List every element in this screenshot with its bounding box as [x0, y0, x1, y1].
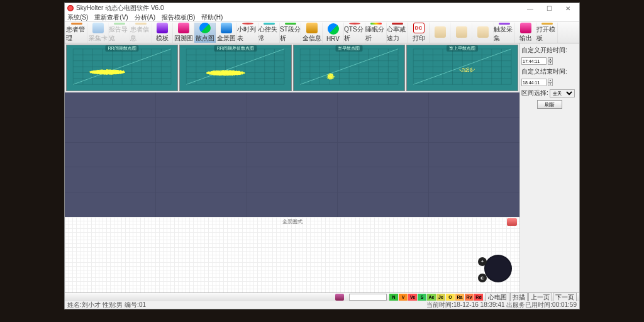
grid-cell[interactable] [338, 143, 428, 167]
toolbar-label: 输出 [519, 34, 532, 43]
grid-cell[interactable] [65, 143, 155, 167]
toolbar-btn-散点图[interactable]: 散点图 [194, 23, 216, 43]
scatter-chart-2[interactable]: 室早散点图 [293, 45, 405, 91]
toolbar-icon [114, 23, 125, 25]
toolbar-label: 报告导览 [109, 25, 130, 43]
toolbar-btn-睡眠分析[interactable]: 睡眠分析 [365, 23, 387, 43]
toolbar-btn-打开模板[interactable]: 打开模板 [536, 23, 558, 43]
grid-cell[interactable] [429, 118, 519, 142]
svg-point-4276 [474, 69, 474, 70]
svg-point-4314 [468, 69, 469, 69]
ecg-panel[interactable]: 全景图式 ✦ ◐ [65, 217, 519, 292]
start-time-spinner[interactable]: ▲▼ [548, 57, 553, 65]
toolbar-btn-ST段分析[interactable]: ST段分析 [280, 23, 301, 43]
nav-compass[interactable]: ✦ ◐ [480, 255, 512, 286]
scatter-chart-3[interactable]: 室上早散点图 [406, 45, 518, 91]
svg-point-3985 [237, 74, 238, 74]
toolbar-btn-心率减速力[interactable]: 心率减速力 [387, 23, 408, 43]
svg-point-1919 [113, 74, 113, 74]
toolbar-btn-QTS分析[interactable]: QTS分析 [344, 23, 365, 43]
grid-cell[interactable] [338, 192, 428, 217]
menu-item-0[interactable]: 系统(S) [67, 13, 88, 22]
badge-Ae[interactable]: Ae [427, 294, 436, 301]
compass-disc-icon[interactable] [484, 255, 512, 282]
ecg-scroll-icon[interactable] [507, 218, 517, 226]
grid-cell[interactable] [65, 118, 155, 142]
badge-Je[interactable]: Je [436, 294, 445, 301]
status-input[interactable] [349, 294, 387, 301]
svg-point-4306 [469, 70, 470, 70]
end-time-input[interactable] [521, 79, 547, 86]
toolbar-btn-患者管理[interactable]: 患者管理 [66, 23, 87, 43]
toolbar-icon [135, 23, 147, 25]
badge-Rv[interactable]: Rv [465, 294, 474, 301]
toolbar-btn-HRV[interactable]: HRV [323, 23, 344, 43]
grid-cell[interactable] [247, 143, 338, 167]
maximize-button[interactable]: ☐ [540, 4, 558, 13]
minimize-button[interactable]: — [521, 4, 539, 13]
svg-point-2018 [103, 71, 104, 72]
badge-Ra[interactable]: Ra [455, 294, 464, 301]
badge-O[interactable]: O [446, 294, 455, 301]
compass-btn-b[interactable]: ◐ [478, 274, 487, 282]
svg-point-2001 [114, 70, 115, 71]
grid-cell[interactable] [338, 167, 428, 192]
toolbar-btn-回溯图[interactable]: 回溯图 [173, 23, 194, 43]
grid-cell[interactable] [156, 167, 247, 192]
refresh-button[interactable]: 刷新 [537, 100, 562, 109]
svg-point-3906 [223, 74, 224, 74]
scatter-chart-0[interactable]: RR间期散点图 [66, 45, 178, 91]
grid-cell[interactable] [156, 92, 247, 117]
toolbar-label: 打印 [413, 34, 425, 43]
close-button[interactable]: ✕ [559, 4, 577, 13]
compass-btn-a[interactable]: ✦ [478, 257, 487, 266]
badge-N[interactable]: N [389, 294, 398, 301]
grid-cell[interactable] [429, 92, 519, 117]
grid-cell[interactable] [156, 118, 247, 142]
grid-cell[interactable] [247, 92, 338, 117]
grid-cell[interactable] [247, 192, 338, 217]
grid-cell[interactable] [429, 192, 519, 217]
toolbar-btn-模板[interactable]: 模板 [152, 23, 173, 43]
toolbar-btn-输出[interactable]: 输出 [515, 23, 536, 43]
menu-item-3[interactable]: 报告模板(B) [162, 13, 195, 22]
range-select[interactable]: 全天 [550, 89, 575, 97]
badge-Ve[interactable]: Ve [408, 294, 417, 301]
grid-cell[interactable] [338, 118, 428, 142]
menu-item-4[interactable]: 帮助(H) [201, 13, 223, 22]
toolbar-btn-触发采集[interactable]: 触发采集 [494, 23, 515, 43]
grid-cell[interactable] [156, 143, 247, 167]
chart-title: 室上早散点图 [447, 45, 478, 52]
grid-cell[interactable] [429, 167, 519, 192]
grid-cell[interactable] [65, 167, 155, 192]
menu-item-1[interactable]: 重新查看(V) [94, 13, 128, 22]
svg-point-2017 [108, 73, 109, 74]
scatter-chart-1[interactable]: RR间期差值散点图 [179, 45, 291, 91]
badge-S[interactable]: S [418, 294, 426, 301]
svg-point-3319 [217, 75, 218, 75]
menu-item-2[interactable]: 分析(A) [135, 13, 155, 22]
svg-point-1970 [117, 72, 118, 72]
svg-point-3697 [228, 71, 228, 72]
svg-point-3978 [230, 72, 230, 72]
toolbar-btn-打印[interactable]: DC打印 [408, 23, 430, 43]
toolbar-btn-心律失常[interactable]: 心律失常 [258, 23, 280, 43]
start-time-input[interactable] [521, 57, 547, 65]
grid-cell[interactable] [65, 192, 155, 217]
svg-point-2003 [106, 71, 107, 72]
end-time-spinner[interactable]: ▲▼ [548, 79, 553, 86]
grid-cell[interactable] [247, 167, 338, 192]
toolbar-btn-全景图[interactable]: 全景图 [216, 23, 237, 43]
toolbar-btn-全信息[interactable]: 全信息 [301, 23, 323, 43]
grid-cell[interactable] [429, 143, 519, 167]
ecg-printer-icon[interactable] [335, 294, 344, 301]
toolbar-label: 模板 [156, 34, 169, 43]
grid-cell[interactable] [338, 92, 428, 117]
toolbar-btn-小时列表[interactable]: 小时列表 [237, 23, 258, 43]
svg-point-1929 [119, 72, 119, 72]
grid-cell[interactable] [65, 92, 155, 117]
badge-V[interactable]: V [399, 294, 408, 301]
grid-cell[interactable] [247, 118, 338, 142]
badge-Rd[interactable]: Rd [474, 294, 483, 301]
grid-cell[interactable] [156, 192, 247, 217]
